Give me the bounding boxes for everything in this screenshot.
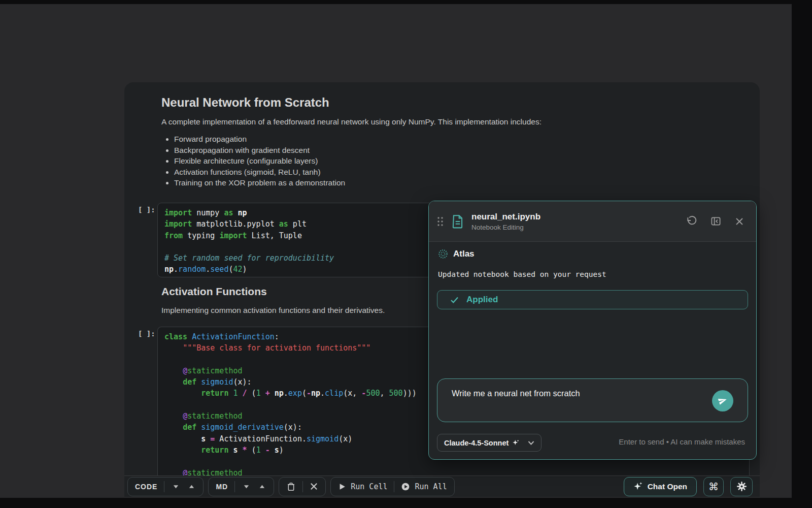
code-down-arrow-button[interactable]: [171, 480, 180, 493]
gear-icon: [736, 481, 747, 492]
notebook-intro: A complete implementation of a feedforwa…: [161, 117, 542, 126]
divider: [234, 481, 235, 492]
chat-header: neural_net.ipynb Notebook Editing: [429, 201, 756, 242]
close-icon: [310, 482, 318, 491]
app-window: Neural Network from Scratch A complete i…: [0, 0, 812, 508]
send-button[interactable]: [712, 390, 733, 411]
cell-prompt: [ ]:: [138, 206, 155, 214]
undo-icon: [686, 216, 697, 227]
play-icon: [338, 483, 346, 491]
run-all-button[interactable]: Run All: [401, 482, 447, 491]
notebook-file-icon: [452, 214, 464, 229]
code-cell-group: CODE: [127, 477, 204, 496]
chevron-up-icon: [259, 483, 265, 490]
feature-list: Forward propagation Backpropagation with…: [174, 135, 345, 190]
trash-icon: [286, 482, 296, 492]
chat-panel: neural_net.ipynb Notebook Editing: [428, 201, 757, 460]
chat-open-button[interactable]: Chat Open: [624, 477, 697, 496]
md-down-arrow-button[interactable]: [242, 480, 251, 493]
run-cell-button[interactable]: Run Cell: [338, 482, 387, 491]
desktop-background: Neural Network from Scratch A complete i…: [0, 4, 792, 498]
assistant-name: Atlas: [453, 249, 475, 259]
check-icon: [450, 296, 459, 304]
divider: [394, 481, 394, 492]
chat-input-value: Write me a neural net from scratch: [452, 389, 580, 398]
toolbar-right-cluster: Chat Open ⌘: [624, 477, 753, 496]
chat-input[interactable]: Write me a neural net from scratch: [437, 378, 748, 422]
chat-hint-text: Enter to send • AI can make mistakes: [619, 437, 745, 446]
assistant-message: Updated notebook based on your request: [438, 270, 606, 278]
sparkles-icon: [512, 439, 520, 447]
list-item: Activation functions (sigmoid, ReLU, tan…: [174, 168, 345, 176]
atlas-logo-icon: [438, 249, 448, 259]
chevron-down-icon: [243, 483, 250, 490]
model-selector[interactable]: Claude-4.5-Sonnet: [437, 434, 542, 452]
run-group: Run Cell Run All: [330, 477, 454, 496]
send-icon: [716, 394, 729, 407]
reset-chat-button[interactable]: [686, 216, 697, 227]
close-icon: [735, 217, 744, 226]
close-chat-button[interactable]: [735, 217, 744, 226]
add-md-cell-button[interactable]: MD: [216, 483, 228, 491]
cell-prompt: [ ]:: [138, 330, 155, 338]
cell-actions-group: [279, 477, 326, 496]
run-all-icon: [401, 482, 410, 491]
list-item: Forward propagation: [174, 135, 345, 143]
md-up-arrow-button[interactable]: [257, 480, 266, 493]
delete-cell-button[interactable]: [286, 482, 296, 492]
settings-button[interactable]: [730, 477, 753, 496]
section-desc: Implementing common activation functions…: [161, 306, 385, 315]
command-shortcut-button[interactable]: ⌘: [703, 477, 724, 496]
clear-cell-button[interactable]: [310, 482, 318, 491]
notebook-title: Neural Network from Scratch: [161, 96, 329, 110]
md-cell-group: MD: [208, 477, 274, 496]
collapse-panel-button[interactable]: [710, 216, 721, 227]
list-item: Flexible architecture (configurable laye…: [174, 157, 345, 165]
add-code-cell-button[interactable]: CODE: [135, 483, 157, 491]
divider: [164, 481, 164, 492]
chat-mode-label: Notebook Editing: [471, 224, 540, 231]
divider: [302, 481, 303, 492]
code-up-arrow-button[interactable]: [187, 480, 196, 493]
model-name: Claude-4.5-Sonnet: [444, 439, 509, 447]
list-item: Backpropagation with gradient descent: [174, 146, 345, 154]
applied-status-button[interactable]: Applied: [437, 290, 748, 309]
section-heading: Activation Functions: [161, 285, 267, 298]
chevron-down-icon: [528, 440, 534, 446]
list-item: Training on the XOR problem as a demonst…: [174, 179, 345, 187]
command-icon: ⌘: [708, 481, 719, 493]
assistant-row: Atlas: [438, 249, 475, 259]
notebook-toolbar: CODE MD: [124, 475, 760, 497]
chevron-down-icon: [173, 483, 179, 490]
chevron-up-icon: [188, 483, 195, 490]
sparkles-icon: [633, 482, 643, 491]
chat-title-block: neural_net.ipynb Notebook Editing: [471, 212, 540, 231]
chat-filename: neural_net.ipynb: [471, 212, 540, 222]
chat-header-actions: [686, 216, 744, 227]
collapse-panel-icon: [710, 216, 721, 227]
drag-handle-icon[interactable]: [436, 216, 444, 227]
